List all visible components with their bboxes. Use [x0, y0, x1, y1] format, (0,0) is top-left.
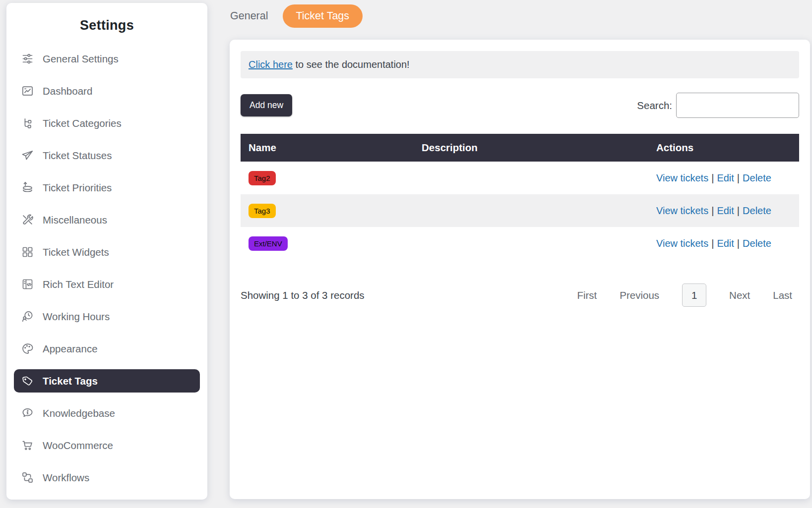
- edit-link[interactable]: Edit: [717, 238, 734, 249]
- pagination-last[interactable]: Last: [773, 289, 792, 301]
- sidebar-item-label: Dashboard: [43, 85, 92, 97]
- row-actions: View tickets|Edit|Delete: [648, 169, 799, 188]
- sidebar-item-ticket-widgets[interactable]: Ticket Widgets: [14, 240, 200, 264]
- tag-badge: Tag3: [249, 204, 276, 218]
- table-row: Ext/ENV View tickets|Edit|Delete: [241, 227, 799, 260]
- table-toolbar: Add new Search:: [241, 93, 799, 118]
- records-summary: Showing 1 to 3 of 3 records: [241, 289, 365, 301]
- view-tickets-link[interactable]: View tickets: [656, 205, 708, 216]
- settings-tabs: General Ticket Tags: [230, 4, 363, 28]
- sidebar-item-ticket-statuses[interactable]: Ticket Statuses: [14, 144, 200, 167]
- sidebar-item-working-hours[interactable]: Working Hours: [14, 305, 200, 328]
- sidebar-item-label: Workflows: [43, 472, 89, 484]
- sidebar-item-label: Working Hours: [43, 311, 110, 323]
- pagination-previous[interactable]: Previous: [620, 289, 659, 301]
- sidebar-item-label: Rich Text Editor: [43, 279, 114, 290]
- tag-description: [414, 174, 648, 182]
- row-actions: View tickets|Edit|Delete: [648, 234, 799, 253]
- search-container: Search:: [637, 93, 799, 118]
- add-new-button[interactable]: Add new: [241, 94, 292, 116]
- view-tickets-link[interactable]: View tickets: [656, 172, 708, 183]
- sidebar-item-label: Ticket Categories: [43, 117, 122, 129]
- sidebar-title: Settings: [14, 18, 200, 33]
- sidebar-item-woocommerce[interactable]: WooCommerce: [14, 434, 200, 457]
- sidebar-item-label: Knowledgebase: [43, 407, 115, 419]
- column-header-name: Name: [241, 134, 414, 162]
- documentation-banner: Click here to see the documentation!: [241, 51, 799, 78]
- cart-icon: [21, 439, 34, 452]
- sidebar-item-label: Appearance: [43, 343, 98, 355]
- table-row: Tag3 View tickets|Edit|Delete: [241, 194, 799, 227]
- sidebar-item-ticket-priorities[interactable]: Ticket Priorities: [14, 176, 200, 199]
- search-input[interactable]: [676, 93, 799, 118]
- edit-link[interactable]: Edit: [717, 205, 734, 216]
- palette-icon: [21, 342, 34, 355]
- send-icon: [21, 149, 34, 162]
- sidebar-item-label: Ticket Statuses: [43, 150, 112, 162]
- category-tree-icon: [21, 116, 34, 130]
- documentation-link[interactable]: Click here: [249, 59, 293, 70]
- edit-link[interactable]: Edit: [717, 172, 734, 183]
- pagination-next[interactable]: Next: [729, 289, 750, 301]
- tab-ticket-tags[interactable]: Ticket Tags: [283, 4, 363, 28]
- view-tickets-link[interactable]: View tickets: [656, 238, 708, 249]
- person-clock-icon: [21, 310, 34, 323]
- sidebar-item-general-settings[interactable]: General Settings: [14, 47, 200, 70]
- tag-badge: Ext/ENV: [249, 236, 288, 251]
- sidebar-item-dashboard[interactable]: Dashboard: [14, 79, 200, 103]
- sidebar-item-rich-text-editor[interactable]: Rich Text Editor: [14, 273, 200, 296]
- tools-icon: [21, 213, 34, 226]
- sidebar-item-ticket-categories[interactable]: Ticket Categories: [14, 112, 200, 135]
- sidebar-item-workflows[interactable]: Workflows: [14, 466, 200, 489]
- table-footer: Showing 1 to 3 of 3 records First Previo…: [241, 283, 799, 307]
- pagination-first[interactable]: First: [577, 289, 597, 301]
- column-header-actions: Actions: [648, 134, 799, 162]
- settings-sidebar: Settings General Settings Dashboard Tick…: [6, 3, 207, 500]
- tag-icon: [21, 374, 34, 388]
- delete-link[interactable]: Delete: [743, 205, 771, 216]
- stack-arrow-icon: [21, 181, 34, 194]
- sidebar-item-label: Ticket Priorities: [43, 182, 112, 194]
- sidebar-item-label: Miscellaneous: [43, 214, 107, 226]
- sidebar-item-miscellaneous[interactable]: Miscellaneous: [14, 208, 200, 231]
- row-actions: View tickets|Edit|Delete: [648, 201, 799, 221]
- sidebar-item-label: Ticket Widgets: [43, 246, 109, 258]
- pagination: First Previous 1 Next Last: [577, 283, 799, 307]
- info-bubble-icon: [21, 406, 34, 420]
- tag-description: [414, 207, 648, 215]
- code-editor-icon: [21, 278, 34, 291]
- tag-badge: Tag2: [249, 171, 276, 185]
- tag-description: [414, 239, 648, 247]
- tab-general[interactable]: General: [230, 10, 268, 22]
- sidebar-item-ticket-tags[interactable]: Ticket Tags: [14, 369, 200, 393]
- delete-link[interactable]: Delete: [743, 238, 771, 249]
- search-label: Search:: [637, 100, 672, 112]
- sidebar-item-appearance[interactable]: Appearance: [14, 337, 200, 360]
- sidebar-item-knowledgebase[interactable]: Knowledgebase: [14, 401, 200, 425]
- sidebar-item-label: WooCommerce: [43, 440, 113, 452]
- pagination-current-page[interactable]: 1: [682, 283, 706, 307]
- grid-icon: [21, 245, 34, 259]
- sidebar-item-label: General Settings: [43, 53, 119, 65]
- sidebar-item-label: Ticket Tags: [43, 375, 98, 387]
- sliders-icon: [21, 52, 34, 65]
- workflow-icon: [21, 471, 34, 484]
- delete-link[interactable]: Delete: [743, 172, 771, 183]
- documentation-text: to see the documentation!: [293, 59, 410, 70]
- ticket-tags-table: Name Description Actions Tag2 View ticke…: [241, 134, 799, 260]
- table-row: Tag2 View tickets|Edit|Delete: [241, 162, 799, 194]
- table-header-row: Name Description Actions: [241, 134, 799, 162]
- ticket-tags-panel: Click here to see the documentation! Add…: [230, 40, 810, 499]
- column-header-description: Description: [414, 134, 648, 162]
- dashboard-chart-icon: [21, 84, 34, 98]
